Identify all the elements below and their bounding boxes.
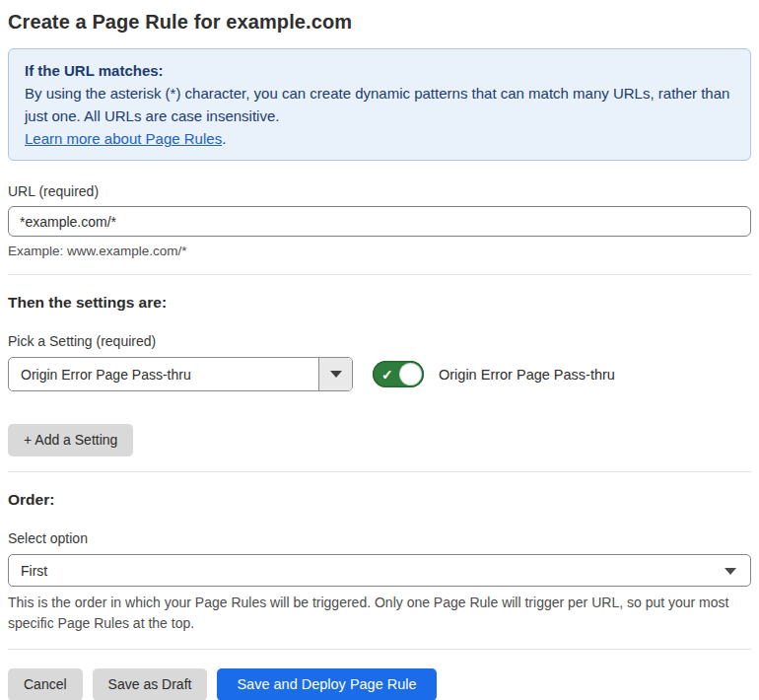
link-suffix: . — [222, 130, 226, 147]
order-help-text: This is the order in which your Page Rul… — [8, 593, 751, 634]
url-input[interactable] — [8, 206, 751, 237]
add-setting-button[interactable]: + Add a Setting — [8, 424, 133, 456]
save-and-deploy-button[interactable]: Save and Deploy Page Rule — [217, 668, 436, 700]
url-match-info-box: If the URL matches: By using the asteris… — [8, 48, 751, 161]
cancel-button[interactable]: Cancel — [8, 668, 83, 700]
footer-actions: Cancel Save as Draft Save and Deploy Pag… — [8, 668, 751, 700]
caret-down-icon — [724, 568, 736, 575]
setting-dropdown-value: Origin Error Page Pass-thru — [9, 358, 318, 390]
page-rule-form: Create a Page Rule for example.com If th… — [0, 0, 759, 700]
caret-down-icon — [330, 371, 342, 378]
toggle-knob — [400, 364, 421, 385]
info-box-link-line: Learn more about Page Rules. — [25, 127, 734, 150]
divider — [8, 649, 751, 650]
check-icon: ✓ — [381, 367, 393, 381]
order-select-value: First — [21, 563, 47, 579]
setting-toggle-label: Origin Error Page Pass-thru — [439, 367, 615, 383]
learn-more-link[interactable]: Learn more about Page Rules — [25, 130, 222, 147]
page-title: Create a Page Rule for example.com — [8, 10, 751, 34]
setting-row: Origin Error Page Pass-thru ✓ Origin Err… — [8, 357, 751, 391]
pick-setting-label: Pick a Setting (required) — [8, 333, 751, 349]
order-section-heading: Order: — [8, 491, 751, 508]
setting-dropdown-arrow[interactable] — [318, 358, 352, 390]
save-as-draft-button[interactable]: Save as Draft — [93, 668, 208, 700]
url-field-label: URL (required) — [8, 183, 751, 199]
setting-toggle[interactable]: ✓ — [373, 361, 424, 387]
divider — [8, 274, 751, 275]
url-example-text: Example: www.example.com/* — [8, 244, 751, 259]
divider — [8, 471, 751, 472]
info-box-heading: If the URL matches: — [25, 59, 734, 82]
order-select[interactable]: First — [8, 554, 751, 587]
setting-dropdown[interactable]: Origin Error Page Pass-thru — [8, 357, 353, 391]
info-box-body: By using the asterisk (*) character, you… — [25, 82, 734, 127]
order-select-label: Select option — [8, 530, 751, 546]
settings-section-heading: Then the settings are: — [8, 294, 751, 311]
